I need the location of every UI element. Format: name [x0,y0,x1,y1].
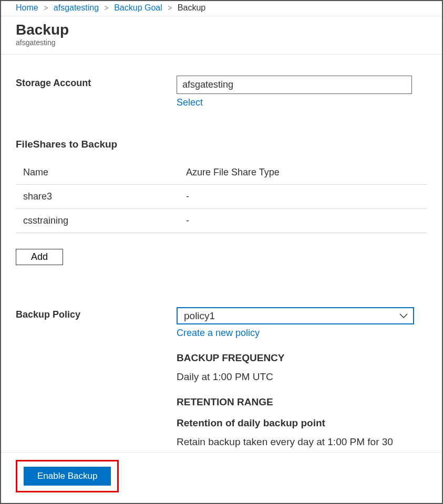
add-button[interactable]: Add [16,249,63,265]
table-row: csstraining - [16,209,427,233]
breadcrumb-afsgatesting[interactable]: afsgatesting [54,3,99,12]
retention-text: Retain backup taken every day at 1:00 PM… [177,436,418,448]
breadcrumb-home[interactable]: Home [16,3,38,12]
cell-type: - [179,209,427,233]
highlight-box: Enable Backup [16,460,119,492]
chevron-right-icon: > [105,4,109,12]
footer: Enable Backup [1,452,442,503]
column-name: Name [16,161,179,185]
cell-name: share3 [16,185,179,209]
breadcrumb-current: Backup [178,3,205,12]
storage-account-label: Storage Account [16,76,177,108]
table-row: share3 - [16,185,427,209]
storage-account-row: Storage Account Select [16,76,427,108]
retention-subheading: Retention of daily backup point [177,417,418,429]
storage-account-input[interactable] [177,76,412,94]
create-policy-link[interactable]: Create a new policy [177,328,260,339]
column-type: Azure File Share Type [179,161,427,185]
enable-backup-button[interactable]: Enable Backup [24,467,111,486]
cell-type: - [179,185,427,209]
backup-frequency-heading: BACKUP FREQUENCY [177,352,418,364]
select-storage-link[interactable]: Select [177,97,203,108]
chevron-right-icon: > [168,4,172,12]
page-header: Backup afsgatesting [1,16,442,55]
backup-frequency-text: Daily at 1:00 PM UTC [177,371,418,383]
fileshares-heading: FileShares to Backup [16,139,427,150]
page-title: Backup [16,22,427,38]
breadcrumb: Home > afsgatesting > Backup Goal > Back… [1,1,442,16]
cell-name: csstraining [16,209,179,233]
page-subtitle: afsgatesting [16,38,427,47]
content-area: Storage Account Select FileShares to Bac… [1,55,442,448]
policy-select[interactable]: policy1 [177,307,414,324]
retention-range-heading: RETENTION RANGE [177,396,418,408]
breadcrumb-backup-goal[interactable]: Backup Goal [114,3,162,12]
chevron-right-icon: > [44,4,48,12]
backup-policy-section: Backup Policy policy1 Create a new polic… [16,307,427,448]
fileshares-table: Name Azure File Share Type share3 - csst… [16,161,427,233]
backup-policy-label: Backup Policy [16,307,177,448]
